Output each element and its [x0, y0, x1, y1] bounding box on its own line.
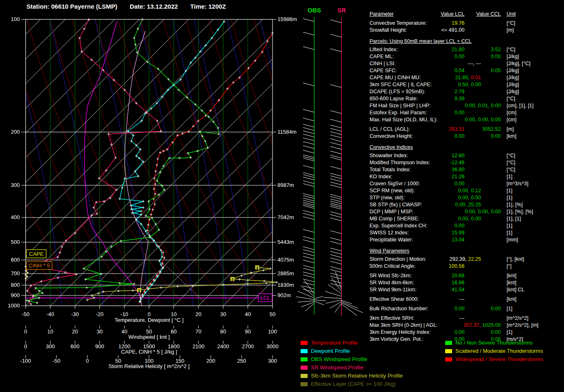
- profile-obs_windspeed: [26, 18, 220, 304]
- param-label: Bulk Richardson Number:: [370, 305, 428, 312]
- param-unit: [°C]: [507, 166, 515, 173]
- svg-text:2400: 2400: [217, 343, 229, 349]
- param-unit: [m^2/s^2]: [507, 315, 528, 322]
- param-value-lcl: 0.00, 0.00, 0.00: [465, 208, 501, 215]
- table-row: Lifted Index:21.803.52[°C]: [370, 46, 562, 53]
- legend-profiles: Temperature ProfileDewpoint ProfileOBS W…: [301, 340, 403, 389]
- param-value-lcl: 2.79: [455, 88, 464, 95]
- table-row: Convective Height:0.000.00[km]: [370, 133, 562, 140]
- param-value-lcl: 9.39: [455, 95, 464, 102]
- section-header: Convective Indices: [370, 144, 562, 151]
- param-unit: [1]: [507, 305, 512, 312]
- param-value-lcl: 41.54: [452, 286, 464, 293]
- table-row: SR Wind 4km-6km:16.86[knt]: [370, 279, 562, 286]
- svg-text:2885m: 2885m: [277, 270, 294, 276]
- table-row: Snowfall Height:<= 491.00[m]: [370, 27, 562, 34]
- param-label: 3km Effective SRH:: [370, 315, 414, 322]
- param-label: Modified Thompson Index:: [370, 159, 430, 166]
- param-label: Snowfall Height:: [370, 27, 407, 34]
- table-row: Bulk Richardson Number:0.000.00[1]: [370, 305, 562, 312]
- legend-label: Scattered / Moderate Thunderstorms: [455, 348, 543, 354]
- page-title: Station: 06610 Payerne (LSMP)Date: 13.12…: [26, 3, 238, 10]
- param-label: Max 3km SRH (0-2km) | AGL:: [370, 322, 438, 329]
- param-value-lcl: 307.37, 1025.00: [464, 322, 501, 329]
- param-unit: [°C]: [507, 46, 515, 53]
- sr-wind-column-label: SR: [337, 7, 346, 14]
- param-label: 3km SFC CAPE | IL CAPE:: [370, 81, 432, 88]
- param-label: CAPE ML:: [370, 53, 393, 60]
- param-unit: [knt]: [507, 272, 517, 279]
- legend-label: Temperature Profile: [311, 340, 358, 346]
- legend-label: OBS Windspeed Profile: [311, 356, 367, 362]
- param-unit: [1]: [507, 222, 512, 229]
- param-value-lcl: ---: [460, 315, 465, 322]
- table-row: DCAPE (LFS = 925mB):2.79[J/kg]: [370, 88, 562, 95]
- param-label: MB Comp | SHERBE:: [370, 215, 419, 222]
- svg-text:200: 200: [11, 129, 20, 135]
- section-header: Wind Parameters: [370, 248, 562, 255]
- param-value-ccl: 0.05: [491, 67, 501, 74]
- table-row: Estofex Exp. Hail Param:0.00[cm]: [370, 109, 562, 116]
- legend-swatch: [301, 357, 308, 361]
- svg-text:Storm Relative Helicity [ m^2: Storm Relative Helicity [ m^2/s^2 ]: [109, 363, 190, 369]
- table-row: STP (new, old):0.00, 0.00[1]: [370, 194, 562, 201]
- svg-text:250: 250: [237, 358, 246, 364]
- param-value-lcl: 0.00, 0.12: [458, 187, 481, 194]
- param-label: 3km Energy Helicity Index:: [370, 329, 431, 336]
- param-label: SR Wind 4km-6km:: [370, 279, 414, 286]
- svg-text:3000: 3000: [267, 343, 279, 349]
- table-row: 3km Effective SRH:---[m^2/s^2]: [370, 315, 562, 322]
- column-header: Value LCL: [441, 11, 464, 18]
- svg-text:0: 0: [24, 343, 27, 349]
- legend-item: Sfc-3km Storm Relative Helicity Profile: [301, 373, 403, 381]
- svg-text:0: 0: [24, 328, 27, 335]
- param-value-lcl: 0.00: [455, 329, 464, 336]
- column-header: Parameter: [370, 11, 393, 18]
- table-row: SCP RM (new, old):0.00, 0.12[1]: [370, 187, 562, 194]
- param-value-lcl: 292.39, 22.25: [450, 256, 481, 263]
- table-row: Max. Hail Size (OLD, MU, IL):0.00, 0.00,…: [370, 116, 562, 123]
- svg-text:-50: -50: [52, 358, 60, 364]
- svg-text:500: 500: [11, 239, 20, 245]
- param-value-lcl: 0.00: [455, 305, 464, 312]
- legend-item: No / Non Severe Thunderstorms: [445, 340, 543, 348]
- param-label: DCP | MMP | MSP:: [370, 208, 413, 215]
- table-row: SR Wind 9km-11km:41.54[knt] CL: [370, 286, 562, 293]
- param-label: Craven SigSvr / 1000:: [370, 180, 420, 187]
- param-value-lcl: 21.85, 0.01: [455, 74, 481, 81]
- svg-text:2700: 2700: [242, 343, 254, 349]
- param-label: DCAPE (LFS = 925mB):: [370, 88, 425, 95]
- param-value-ccl: 0.00: [491, 329, 501, 336]
- param-label: SCP RM (new, old):: [370, 187, 415, 194]
- svg-text:0: 0: [86, 358, 89, 364]
- svg-text:800: 800: [11, 282, 20, 288]
- param-unit: [1]: [507, 229, 512, 236]
- legend-swatch: [301, 382, 308, 386]
- svg-text:902m: 902m: [277, 292, 291, 298]
- param-value-lcl: 0.00, 0.00, 0.00: [465, 116, 501, 123]
- param-label: SR Wind 9km-11km:: [370, 286, 417, 293]
- svg-text:-40: -40: [46, 311, 54, 317]
- param-label: Showalter Index:: [370, 152, 408, 159]
- param-value-lcl: 253.31: [449, 126, 464, 133]
- curve-moist_adiabat_parcel: [85, 21, 141, 298]
- svg-text:90: 90: [245, 328, 251, 335]
- legend-item: SR Windspeed Profile: [301, 364, 403, 373]
- svg-text:-30: -30: [71, 311, 79, 317]
- legend-label: Effective Layer (CAPE >= 100 J/kg): [311, 381, 396, 387]
- table-row: SR Wind Sfc-2km:20.68[knt]: [370, 272, 562, 279]
- param-value-ccl: 3052.52: [482, 126, 501, 133]
- param-unit: [m^2/s^2], [m]: [507, 322, 538, 329]
- param-unit: [J/kg]: [507, 88, 519, 95]
- legend-label: Dewpoint Profile: [311, 348, 350, 354]
- param-unit: [J/kg]: [507, 81, 519, 88]
- param-value-lcl: 21.80: [452, 46, 464, 53]
- svg-text:CAPE: CAPE: [29, 251, 44, 257]
- svg-text:1830m: 1830m: [277, 282, 294, 288]
- column-header: Value CCL: [476, 11, 501, 18]
- table-row: 3km Energy Helicity Index:0.000.00[1]: [370, 329, 562, 336]
- param-label: Convective Height:: [370, 133, 413, 140]
- svg-text:11584m: 11584m: [277, 129, 296, 135]
- legend-swatch: [445, 349, 452, 353]
- svg-text:300: 300: [11, 182, 20, 188]
